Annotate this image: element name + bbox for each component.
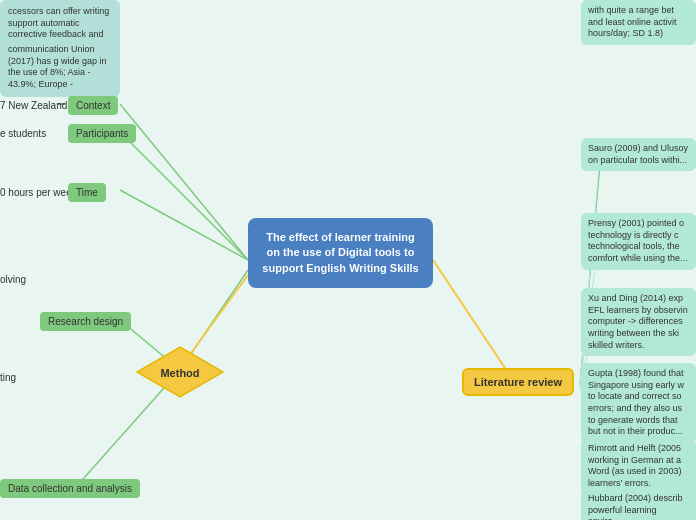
right-box-rimrott: Rimrott and Helft (2005 working in Germa… [581,438,696,495]
right-sauro-text: Sauro (2009) and Ulusoy on particular to… [588,143,688,165]
mindmap-container: ccessors can offer writing support autom… [0,0,696,520]
right-box-top: with quite a range bet and least online … [581,0,696,45]
right-prensy-text: Prensy (2001) pointed o technology is di… [588,218,688,263]
right-box-xu: Xu and Ding (2014) exp EFL learners by o… [581,288,696,356]
nz-label: 7 New Zealand | [0,96,73,115]
right-hubbard-text: Hubbard (2004) describ powerful learning… [588,493,683,520]
lit-review-label: Literature review [474,376,562,388]
right-top-text: with quite a range bet and least online … [588,5,677,38]
svg-line-2 [120,190,248,260]
left-text-block-2: communication Union (2017) has g wide ga… [0,38,120,97]
right-box-sauro: Sauro (2009) and Ulusoy on particular to… [581,138,696,171]
right-xu-text: Xu and Ding (2014) exp EFL learners by o… [588,293,688,350]
hours-label: 0 hours per week [0,183,77,202]
context-node[interactable]: Context [68,96,118,115]
svg-line-0 [120,104,248,260]
writing-label: ting [0,368,16,387]
right-gupta-text: Gupta (1998) found that Singapore using … [588,368,684,436]
right-box-prensy: Prensy (2001) pointed o technology is di… [581,213,696,270]
svg-line-7 [433,260,515,383]
solving-label: olving [0,270,26,289]
participants-node[interactable]: Participants [68,124,136,143]
right-box-hubbard: Hubbard (2004) describ powerful learning… [581,488,696,520]
lit-review-node[interactable]: Literature review [462,368,574,396]
svg-line-1 [120,132,248,260]
central-label: The effect of learner training on the us… [262,231,418,274]
central-node[interactable]: The effect of learner training on the us… [248,218,433,288]
right-rimrott-text: Rimrott and Helft (2005 working in Germa… [588,443,681,488]
right-box-gupta: Gupta (1998) found that Singapore using … [581,363,696,443]
research-design-node[interactable]: Research design [40,312,131,331]
method-node[interactable]: Method [135,345,225,400]
left-text-2-content: communication Union (2017) has g wide ga… [8,44,107,89]
students-label: e students [0,124,46,143]
method-label: Method [160,367,199,379]
time-node[interactable]: Time [68,183,106,202]
data-collection-node[interactable]: Data collection and analysis [0,479,140,498]
